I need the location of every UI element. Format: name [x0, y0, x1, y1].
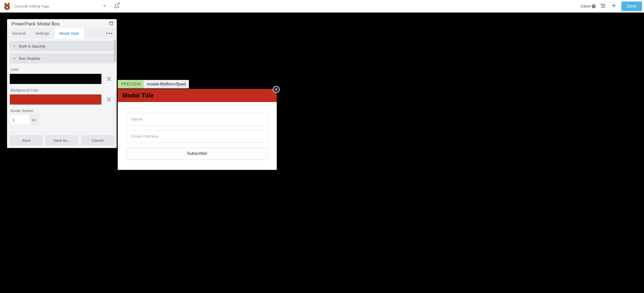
panel-footer: Save Save As... Cancel: [7, 132, 117, 148]
border-bottom-input[interactable]: [10, 115, 30, 125]
cancel-button[interactable]: Cancel: [81, 135, 114, 145]
beaver-logo-icon: [2, 1, 12, 11]
svg-rect-15: [109, 22, 113, 25]
notification-dot-icon: [118, 3, 120, 4]
accordion-label: Style & Spacing: [19, 44, 45, 48]
modal-body: Subscribe!: [118, 102, 277, 170]
color-clear-button[interactable]: [104, 74, 114, 84]
save-as-button[interactable]: Save As...: [45, 135, 78, 145]
top-bar: Currently Editing Page Edited ?: [0, 0, 644, 13]
page-title-group[interactable]: Currently Editing Page: [2, 0, 111, 12]
svg-point-5: [5, 3, 6, 5]
notifications-button[interactable]: [111, 0, 123, 12]
svg-point-3: [8, 5, 9, 6]
svg-rect-4: [7, 7, 8, 8]
bg-color-swatch[interactable]: [10, 94, 102, 105]
border-bottom-unit: px: [30, 115, 39, 125]
save-button[interactable]: Save: [10, 135, 43, 145]
tab-settings[interactable]: Settings: [30, 28, 54, 38]
chevron-right-icon: [13, 57, 17, 60]
edited-status[interactable]: Edited ?: [581, 4, 596, 8]
modal-title: Modal Title: [118, 89, 277, 102]
outline-icon[interactable]: [600, 3, 606, 10]
panel-title: PowerPack Modal Box: [12, 21, 60, 27]
done-button[interactable]: Done: [621, 2, 642, 11]
edited-text: Edited: [581, 4, 591, 8]
preview-badge: PREVIEW: [118, 80, 144, 88]
add-icon[interactable]: [611, 2, 617, 10]
bg-color-label: Background Color: [11, 88, 113, 92]
bg-color-clear-button[interactable]: [104, 94, 114, 105]
top-bar-right: Edited ? Done: [581, 2, 644, 11]
svg-point-2: [6, 5, 6, 6]
tab-more[interactable]: [102, 30, 117, 37]
accordion-label: Text Shadow: [19, 56, 40, 61]
accordion-style-spacing[interactable]: Style & Spacing: [10, 41, 114, 51]
panel-header[interactable]: PowerPack Modal Box: [7, 19, 117, 28]
svg-point-12: [602, 7, 602, 8]
svg-point-8: [601, 4, 601, 5]
color-swatch[interactable]: [10, 74, 102, 84]
svg-point-6: [8, 3, 10, 5]
modal-preview: Modal Title Subscribe!: [118, 89, 277, 170]
window-icon[interactable]: [109, 22, 113, 26]
chevron-down-icon[interactable]: [102, 4, 107, 9]
tab-modal-style[interactable]: Modal Style: [54, 28, 84, 38]
email-input[interactable]: [126, 130, 268, 143]
name-input[interactable]: [126, 113, 268, 126]
chevron-right-icon: [13, 45, 17, 48]
preview-id: modal-6fo8rmn3jsad: [144, 80, 189, 88]
more-dots-icon: [106, 33, 112, 34]
preview-tag: PREVIEW modal-6fo8rmn3jsad: [118, 80, 189, 88]
tab-general[interactable]: General: [7, 28, 30, 38]
help-icon[interactable]: ?: [592, 4, 596, 8]
color-label: Color: [11, 68, 113, 72]
panel-tabs: General Settings Modal Style: [7, 28, 117, 38]
border-bottom-field: px: [10, 115, 114, 125]
editor-canvas: PowerPack Modal Box General Settings Mod…: [0, 13, 644, 293]
accordion-text-shadow[interactable]: Text Shadow: [10, 53, 114, 64]
bg-color-field: [10, 94, 114, 105]
page-title: Currently Editing Page: [14, 4, 49, 8]
border-bottom-label: Border Bottom: [11, 109, 113, 113]
settings-panel: PowerPack Modal Box General Settings Mod…: [7, 19, 117, 148]
subscribe-button[interactable]: Subscribe!: [126, 147, 268, 160]
panel-body: Style & Spacing Text Shadow Color Backgr…: [7, 38, 117, 132]
color-field: [10, 74, 114, 84]
svg-point-10: [602, 6, 602, 6]
scrollbar-thumb[interactable]: [114, 39, 116, 62]
modal-close-button[interactable]: [273, 86, 280, 93]
